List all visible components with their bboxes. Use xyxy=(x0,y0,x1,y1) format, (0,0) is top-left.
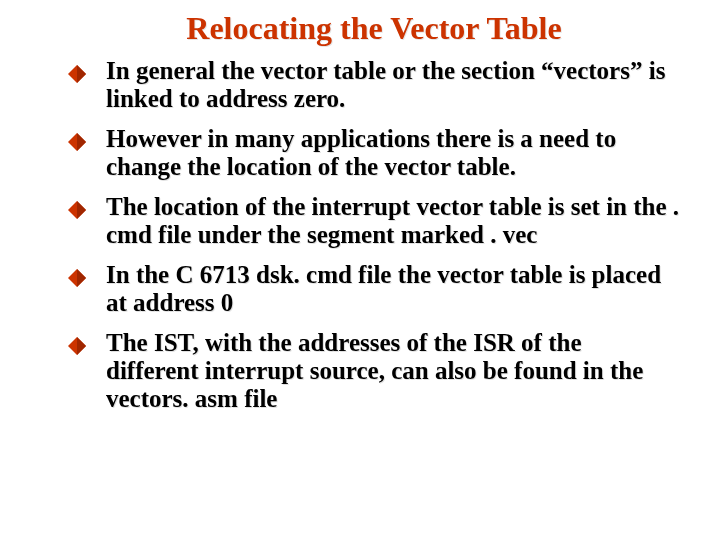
diamond-bullet-icon xyxy=(68,269,86,287)
svg-marker-1 xyxy=(77,65,86,83)
bullet-item: However in many applications there is a … xyxy=(68,125,680,181)
bullet-text: However in many applications there is a … xyxy=(106,125,616,180)
diamond-bullet-icon xyxy=(68,337,86,355)
bullet-list: In general the vector table or the secti… xyxy=(68,57,680,413)
bullet-text: In general the vector table or the secti… xyxy=(106,57,665,112)
svg-marker-9 xyxy=(77,337,86,355)
bullet-text: The location of the interrupt vector tab… xyxy=(106,193,679,248)
slide-title: Relocating the Vector Table xyxy=(68,10,680,47)
bullet-item: In the C 6713 dsk. cmd file the vector t… xyxy=(68,261,680,317)
bullet-item: The location of the interrupt vector tab… xyxy=(68,193,680,249)
diamond-bullet-icon xyxy=(68,133,86,151)
bullet-text: In the C 6713 dsk. cmd file the vector t… xyxy=(106,261,661,316)
bullet-item: In general the vector table or the secti… xyxy=(68,57,680,113)
svg-marker-5 xyxy=(77,201,86,219)
bullet-item: The IST, with the addresses of the ISR o… xyxy=(68,329,680,413)
bullet-text: The IST, with the addresses of the ISR o… xyxy=(106,329,643,412)
slide: Relocating the Vector Table In general t… xyxy=(0,0,720,540)
svg-marker-7 xyxy=(77,269,86,287)
svg-marker-3 xyxy=(77,133,86,151)
diamond-bullet-icon xyxy=(68,201,86,219)
diamond-bullet-icon xyxy=(68,65,86,83)
